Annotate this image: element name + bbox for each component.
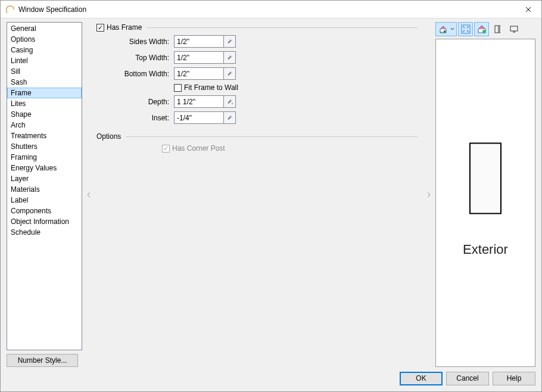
titlebar: Window Specification	[1, 1, 541, 18]
nav-item-object-information[interactable]: Object Information	[7, 216, 82, 227]
bottom-width-wrench-button[interactable]	[224, 67, 236, 80]
chevron-down-icon	[450, 24, 454, 34]
frame-fields: Sides Width: Top Width: Bottom Width:	[111, 35, 418, 124]
nav-item-framing[interactable]: Framing	[7, 152, 82, 163]
expand-icon	[461, 24, 471, 34]
nav-item-schedule[interactable]: Schedule	[7, 227, 82, 238]
depth-label: Depth:	[111, 98, 172, 106]
wrench-icon	[226, 38, 233, 45]
divider	[147, 27, 418, 28]
fit-frame-label: Fit Frame to Wall	[184, 83, 238, 92]
inset-wrench-button[interactable]	[224, 111, 236, 124]
svg-rect-4	[495, 26, 499, 33]
nav-item-label[interactable]: Label	[7, 195, 82, 206]
preview-pane[interactable]: Exterior	[435, 39, 535, 367]
top-width-wrench-button[interactable]	[224, 51, 236, 64]
depth-input[interactable]	[174, 95, 224, 108]
content-row: GeneralOptionsCasingLintelSillSashFrameL…	[7, 22, 535, 367]
view-mode-button[interactable]	[435, 22, 457, 36]
wrench-icon	[226, 70, 233, 77]
nav-item-sill[interactable]: Sill	[7, 66, 82, 77]
nav-item-materials[interactable]: Materials	[7, 184, 82, 195]
divider	[126, 136, 418, 137]
monitor-icon	[509, 24, 519, 34]
has-frame-header: Has Frame	[96, 23, 418, 32]
dialog-buttons: OK Cancel Help	[7, 367, 535, 385]
open-view-button[interactable]	[506, 22, 521, 36]
nav-item-general[interactable]: General	[7, 23, 82, 34]
category-list[interactable]: GeneralOptionsCasingLintelSillSashFrameL…	[7, 22, 82, 350]
preview-label: Exterior	[436, 242, 535, 257]
sides-width-input[interactable]	[174, 35, 224, 48]
fit-frame-checkbox[interactable]: Fit Frame to Wall	[174, 83, 238, 92]
dimensions-toggle-button[interactable]	[490, 22, 505, 36]
splitter-right[interactable]	[427, 22, 431, 367]
inset-input[interactable]	[174, 111, 224, 124]
nav-item-casing[interactable]: Casing	[7, 45, 82, 55]
nav-item-sash[interactable]: Sash	[7, 77, 82, 88]
nav-item-layer[interactable]: Layer	[7, 173, 82, 184]
depth-wrench-button[interactable]	[224, 95, 236, 108]
house-icon	[438, 24, 450, 34]
options-header: Options	[96, 132, 418, 141]
bottom-width-label: Bottom Width:	[111, 70, 172, 78]
fit-frame-row: Fit Frame to Wall	[174, 83, 238, 92]
number-style-button[interactable]: Number Style...	[7, 354, 78, 367]
close-button[interactable]	[515, 1, 541, 18]
top-width-label: Top Width:	[111, 54, 172, 62]
fit-extents-button[interactable]	[458, 22, 473, 36]
inset-label: Inset:	[111, 114, 172, 122]
preview-toolbar	[435, 22, 535, 36]
ok-button[interactable]: OK	[400, 372, 443, 385]
app-icon	[5, 5, 15, 14]
dialog-window: Window Specification GeneralOptionsCasin…	[0, 0, 542, 392]
has-corner-post-label: Has Corner Post	[172, 144, 225, 153]
svg-rect-1	[440, 32, 443, 33]
nav-item-shutters[interactable]: Shutters	[7, 141, 82, 152]
top-width-input[interactable]	[174, 51, 224, 64]
nav-item-frame[interactable]: Frame	[7, 88, 82, 98]
close-icon	[525, 7, 531, 13]
cancel-button[interactable]: Cancel	[446, 372, 489, 385]
door-dimension-icon	[493, 24, 503, 34]
wrench-icon	[226, 114, 233, 122]
nav-item-options[interactable]: Options	[7, 34, 82, 45]
nav-column: GeneralOptionsCasingLintelSillSashFrameL…	[7, 22, 82, 367]
nav-item-lintel[interactable]: Lintel	[7, 55, 82, 66]
splitter-left[interactable]	[87, 22, 91, 367]
has-frame-label: Has Frame	[107, 23, 142, 32]
wrench-icon	[226, 98, 233, 105]
nav-item-lites[interactable]: Lites	[7, 98, 82, 109]
bottom-width-input[interactable]	[174, 67, 224, 80]
svg-rect-5	[510, 26, 518, 31]
options-fields: Has Corner Post	[162, 144, 418, 153]
nav-item-shape[interactable]: Shape	[7, 109, 82, 120]
svg-rect-0	[444, 30, 446, 33]
form-panel: Has Frame Sides Width: Top Width:	[95, 22, 422, 367]
nav-item-energy-values[interactable]: Energy Values	[7, 163, 82, 173]
color-toggle-button[interactable]	[474, 22, 489, 36]
dialog-body: GeneralOptionsCasingLintelSillSashFrameL…	[1, 18, 541, 391]
nav-item-treatments[interactable]: Treatments	[7, 130, 82, 141]
help-button[interactable]: Help	[493, 372, 535, 385]
has-corner-post-checkbox: Has Corner Post	[162, 144, 418, 153]
wrench-icon	[226, 54, 233, 61]
checkbox-icon	[96, 24, 104, 32]
preview-window-shape	[469, 142, 501, 214]
preview-column: Exterior	[435, 22, 535, 367]
sides-width-wrench-button[interactable]	[224, 35, 236, 48]
nav-item-arch[interactable]: Arch	[7, 120, 82, 130]
window-title: Window Specification	[18, 5, 515, 14]
nav-item-components[interactable]: Components	[7, 206, 82, 216]
checkbox-icon	[174, 84, 182, 92]
has-frame-checkbox[interactable]: Has Frame	[96, 23, 142, 32]
house-color-icon	[477, 24, 487, 34]
sides-width-label: Sides Width:	[111, 38, 172, 46]
svg-point-3	[482, 30, 486, 33]
options-label: Options	[96, 132, 121, 141]
checkbox-icon	[162, 145, 170, 153]
